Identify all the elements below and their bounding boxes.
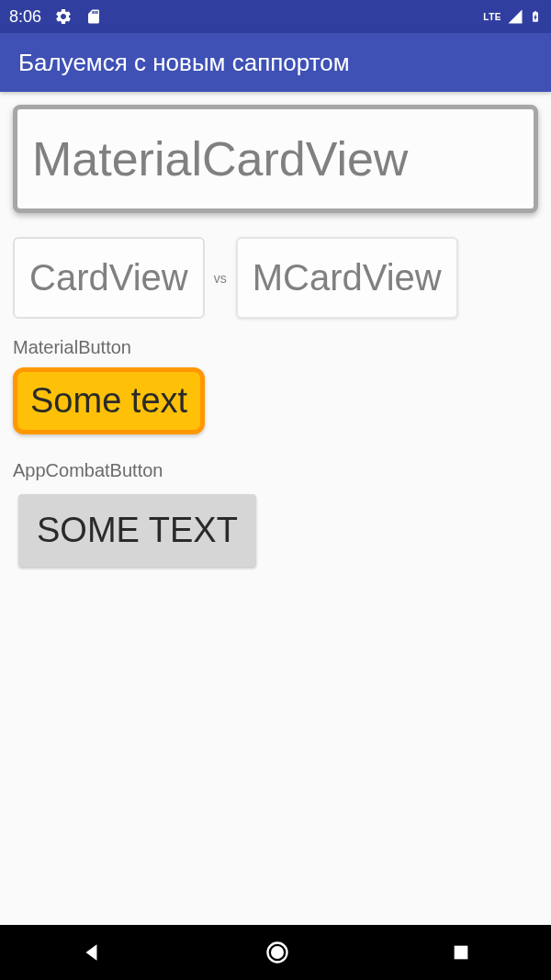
status-right: LTE <box>483 7 542 26</box>
material-card-text: MaterialCardView <box>32 131 519 186</box>
material-card-view-large[interactable]: MaterialCardView <box>13 105 538 213</box>
material-button[interactable]: Some text <box>13 367 205 434</box>
material-button-text: Some text <box>30 381 187 420</box>
svg-rect-2 <box>454 946 467 960</box>
navigation-bar <box>0 925 551 980</box>
settings-icon <box>54 7 73 26</box>
mcard-view[interactable]: MCardView <box>236 237 458 319</box>
appcompat-button-label: AppCombatButton <box>13 460 538 481</box>
lte-label: LTE <box>483 12 501 22</box>
svg-point-1 <box>271 946 284 959</box>
status-time: 8:06 <box>9 7 41 27</box>
mcard-view-text: MCardView <box>253 257 442 299</box>
appcompat-button-text: SOME TEXT <box>37 511 238 549</box>
signal-icon <box>507 8 523 25</box>
content-area: MaterialCardView CardView vs MCardView M… <box>0 92 551 580</box>
app-title: Балуемся с новым саппортом <box>18 49 350 77</box>
recent-apps-button[interactable] <box>451 942 471 963</box>
battery-charging-icon <box>529 7 542 26</box>
back-button[interactable] <box>80 941 104 964</box>
status-left: 8:06 <box>9 7 102 27</box>
home-button[interactable] <box>264 940 290 965</box>
sd-card-icon <box>85 7 102 26</box>
status-bar: 8:06 LTE <box>0 0 551 33</box>
app-bar: Балуемся с новым саппортом <box>0 33 551 92</box>
card-view[interactable]: CardView <box>13 237 205 319</box>
vs-label: vs <box>214 271 227 286</box>
appcompat-button[interactable]: SOME TEXT <box>18 494 256 567</box>
card-comparison-row: CardView vs MCardView <box>13 237 538 319</box>
card-view-text: CardView <box>29 257 188 299</box>
material-button-label: MaterialButton <box>13 337 538 358</box>
